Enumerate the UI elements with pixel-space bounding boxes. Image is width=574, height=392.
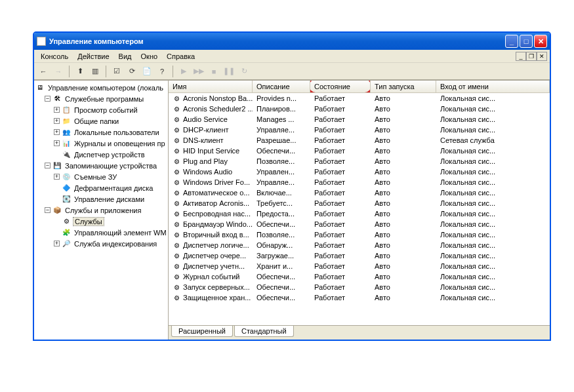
collapse-icon[interactable]: − bbox=[45, 207, 51, 213]
tree-indexing[interactable]: +🔎Служба индексирования bbox=[34, 238, 168, 249]
tab-standard[interactable]: Стандартный bbox=[234, 326, 294, 337]
tree-shared-folders[interactable]: +📁Общие папки bbox=[34, 115, 168, 127]
tab-extended[interactable]: Расширенный bbox=[171, 326, 233, 337]
service-row[interactable]: ⚙DHCP-клиентУправляе...РаботаетАвтоЛокал… bbox=[169, 125, 550, 135]
service-row[interactable]: ⚙Acronis Nonstop Ba...Provides n...Работ… bbox=[169, 93, 550, 104]
collapse-icon[interactable]: − bbox=[45, 96, 51, 102]
expand-icon[interactable]: + bbox=[54, 241, 60, 246]
service-desc: Обнаруж... bbox=[253, 241, 310, 249]
service-row[interactable]: ⚙Защищенное хран...Обеспечи...РаботаетАв… bbox=[169, 292, 550, 303]
service-icon: ⚙ bbox=[173, 147, 181, 155]
service-row[interactable]: ⚙Вторичный вход в...Позволяе...РаботаетА… bbox=[169, 229, 550, 240]
service-start: Авто bbox=[371, 157, 436, 165]
wmi-icon: 🧩 bbox=[62, 228, 71, 237]
tree-wmi[interactable]: 🧩Управляющий элемент WM bbox=[34, 227, 168, 238]
tree-device-manager[interactable]: 🔌Диспетчер устройств bbox=[34, 149, 168, 160]
help-icon[interactable]: ? bbox=[155, 65, 169, 78]
show-hide-icon[interactable]: ▥ bbox=[89, 65, 102, 78]
service-start: Авто bbox=[371, 126, 436, 134]
service-icon: ⚙ bbox=[173, 94, 181, 103]
tree-event-viewer[interactable]: +📋Просмотр событий bbox=[34, 104, 168, 115]
service-state: Работает bbox=[310, 262, 371, 270]
service-name: Audio Service bbox=[183, 115, 228, 123]
minimize-button[interactable]: _ bbox=[505, 35, 518, 48]
col-description[interactable]: Описание bbox=[253, 81, 310, 92]
service-row[interactable]: ⚙Брандмауэр Windo...Обеспечи...РаботаетА… bbox=[169, 219, 550, 229]
service-row[interactable]: ⚙Диспетчер учетн...Хранит и...РаботаетАв… bbox=[169, 261, 550, 271]
expand-icon[interactable]: + bbox=[54, 118, 60, 124]
up-icon[interactable]: ⬆ bbox=[73, 65, 87, 78]
export-icon[interactable]: 📄 bbox=[140, 65, 154, 78]
col-startup-type[interactable]: Тип запуска bbox=[371, 81, 436, 92]
service-row[interactable]: ⚙Диспетчер логиче...Обнаруж...РаботаетАв… bbox=[169, 240, 550, 250]
service-logon: Локальная сис... bbox=[436, 178, 550, 186]
play-icon: ▶ bbox=[177, 65, 190, 78]
tree-disk-mgmt[interactable]: 💽Управление дисками bbox=[34, 193, 168, 205]
menu-help[interactable]: Справка bbox=[163, 52, 199, 61]
service-icon: ⚙ bbox=[173, 252, 181, 260]
menu-action[interactable]: Действие bbox=[73, 52, 113, 61]
service-start: Авто bbox=[371, 273, 436, 281]
service-state: Работает bbox=[310, 220, 371, 228]
service-row[interactable]: ⚙Активатор Acronis...Требуетс...Работает… bbox=[169, 198, 550, 208]
service-logon: Локальная сис... bbox=[436, 168, 550, 176]
tree-services[interactable]: ⚙Службы bbox=[34, 216, 168, 227]
properties-icon[interactable]: ☑ bbox=[110, 65, 123, 78]
maximize-button[interactable]: □ bbox=[520, 35, 533, 48]
mdi-close-button[interactable]: ✕ bbox=[537, 52, 547, 61]
service-start: Авто bbox=[371, 168, 436, 176]
service-state: Работает bbox=[310, 294, 371, 302]
service-desc: Позволяе... bbox=[253, 157, 310, 165]
service-row[interactable]: ⚙HID Input ServiceОбеспечи...РаботаетАвт… bbox=[169, 146, 550, 156]
tree-defrag[interactable]: 🔷Дефрагментация диска bbox=[34, 182, 168, 193]
menubar: Консоль Действие Вид Окно Справка _ ❐ ✕ bbox=[34, 50, 550, 63]
tree-root[interactable]: 🖥Управление компьютером (локаль bbox=[34, 82, 168, 93]
menu-window[interactable]: Окно bbox=[137, 52, 162, 61]
toolbar: ← → ⬆ ▥ ☑ ⟳ 📄 ? ▶ ▶▶ ■ ❚❚ ↻ bbox=[34, 63, 550, 80]
expand-icon[interactable]: + bbox=[54, 107, 60, 113]
service-row[interactable]: ⚙Журнал событийОбеспечи...РаботаетАвтоЛо… bbox=[169, 271, 550, 282]
tree-utilities[interactable]: −🛠Служебные программы bbox=[34, 93, 168, 104]
service-start: Авто bbox=[371, 294, 436, 302]
service-row[interactable]: ⚙Acronis Scheduler2 ...Планиров...Работа… bbox=[169, 104, 550, 114]
refresh-icon[interactable]: ⟳ bbox=[125, 65, 138, 78]
col-logon-as[interactable]: Вход от имени bbox=[436, 81, 550, 92]
service-row[interactable]: ⚙Windows Driver Fo...Управляе...Работает… bbox=[169, 177, 550, 187]
menu-view[interactable]: Вид bbox=[115, 52, 136, 61]
service-state: Работает bbox=[310, 178, 371, 186]
service-name: Журнал событий bbox=[183, 273, 239, 281]
service-icon: ⚙ bbox=[173, 115, 181, 124]
service-desc: Позволяе... bbox=[253, 231, 310, 239]
col-name[interactable]: Имя bbox=[169, 81, 253, 92]
menu-console[interactable]: Консоль bbox=[37, 52, 72, 61]
service-desc: Provides n... bbox=[253, 94, 310, 102]
service-start: Авто bbox=[371, 283, 436, 291]
service-row[interactable]: ⚙Диспетчер очере...Загружае...РаботаетАв… bbox=[169, 250, 550, 261]
close-button[interactable]: ✕ bbox=[534, 35, 547, 48]
back-icon[interactable]: ← bbox=[37, 65, 50, 78]
expand-icon[interactable]: + bbox=[54, 129, 60, 135]
service-desc: Разрешае... bbox=[253, 136, 310, 144]
service-row[interactable]: ⚙Audio ServiceManages ...РаботаетАвтоЛок… bbox=[169, 114, 550, 125]
service-row[interactable]: ⚙Автоматическое о...Включае...РаботаетАв… bbox=[169, 187, 550, 198]
collapse-icon[interactable]: − bbox=[45, 163, 51, 168]
titlebar[interactable]: Управление компьютером _ □ ✕ bbox=[34, 33, 550, 50]
expand-icon[interactable]: + bbox=[54, 174, 60, 180]
expand-icon[interactable]: + bbox=[54, 140, 60, 146]
service-row[interactable]: ⚙Windows AudioУправлен...РаботаетАвтоЛок… bbox=[169, 167, 550, 177]
service-row[interactable]: ⚙Беспроводная нас...Предоста...РаботаетА… bbox=[169, 208, 550, 219]
mdi-minimize-button[interactable]: _ bbox=[516, 52, 526, 61]
service-row[interactable]: ⚙Запуск серверных...Обеспечи...РаботаетА… bbox=[169, 282, 550, 292]
mdi-restore-button[interactable]: ❐ bbox=[526, 52, 537, 61]
service-row[interactable]: ⚙Plug and PlayПозволяе...РаботаетАвтоЛок… bbox=[169, 156, 550, 167]
tree-services-apps[interactable]: −📦Службы и приложения bbox=[34, 205, 168, 216]
tree-local-users[interactable]: +👥Локальные пользователи bbox=[34, 127, 168, 138]
tree-removable[interactable]: +💿Съемные ЗУ bbox=[34, 171, 168, 182]
tree-storage[interactable]: −💾Запоминающие устройства bbox=[34, 160, 168, 171]
service-row[interactable]: ⚙DNS-клиентРазрешае...РаботаетАвтоСетева… bbox=[169, 135, 550, 146]
col-state[interactable]: Состояние bbox=[310, 81, 371, 92]
services-list[interactable]: ⚙Acronis Nonstop Ba...Provides n...Работ… bbox=[169, 93, 550, 325]
service-logon: Локальная сис... bbox=[436, 241, 550, 249]
tree-perf-logs[interactable]: +📊Журналы и оповещения пр bbox=[34, 138, 168, 149]
service-logon: Локальная сис... bbox=[436, 147, 550, 155]
